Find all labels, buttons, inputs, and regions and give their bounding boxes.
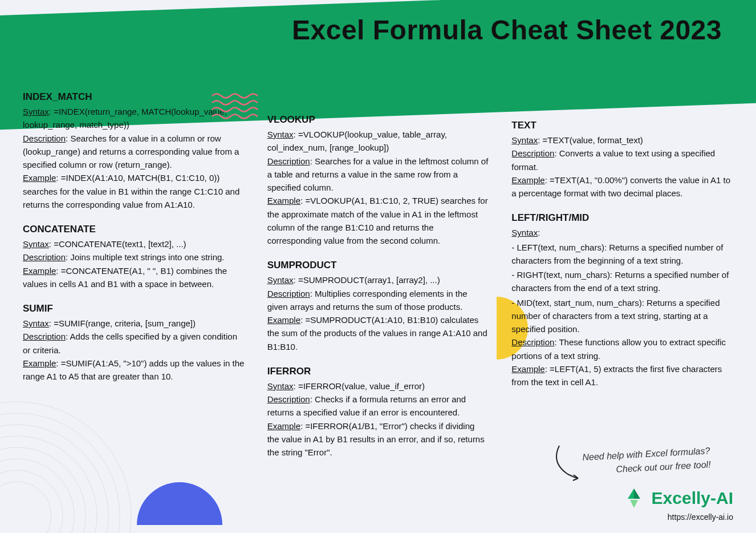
- syntax-text: =TEXT(value, format_text): [543, 135, 643, 145]
- example-label: Example: [23, 358, 56, 368]
- formula-description: Description: Checks if a formula returns…: [267, 393, 489, 419]
- syntax-label: Syntax: [267, 381, 294, 391]
- description-label: Description: [267, 156, 310, 166]
- formula-description: Description: Joins multiple text strings…: [23, 251, 245, 264]
- formula-block-concatenate: CONCATENATESyntax: =CONCATENATE(text1, […: [23, 224, 245, 290]
- syntax-label: Syntax: [267, 275, 294, 285]
- syntax-label: Syntax: [23, 107, 49, 116]
- syntax-label: Syntax: [23, 239, 49, 249]
- example-text: =SUMPRODUCT(A1:A10, B1:B10) calculates t…: [267, 315, 487, 352]
- formula-name: IFERROR: [267, 366, 489, 377]
- description-text: Joins multiple text strings into one str…: [70, 252, 224, 262]
- page-title: Excel Formula Cheat Sheet 2023: [292, 14, 722, 46]
- formula-description: Description: Converts a value to text us…: [511, 147, 733, 173]
- syntax-label: Syntax: [511, 228, 538, 237]
- cta-line1: Need help with Excel formulas?: [582, 446, 710, 462]
- example-label: Example: [267, 421, 300, 431]
- formula-block-sumproduct: SUMPRODUCTSyntax: =SUMPRODUCT(array1, [a…: [267, 260, 489, 353]
- formula-description: Description: Multiplies corresponding el…: [267, 287, 489, 314]
- cta-url[interactable]: https://excelly-ai.io: [583, 512, 733, 522]
- syntax-multi-line: - LEFT(text, num_chars): Returns a speci…: [511, 241, 733, 268]
- formula-example: Example: =VLOOKUP(A1, B1:C10, 2, TRUE) s…: [267, 194, 489, 247]
- cta-text: Need help with Excel formulas? Check out…: [582, 444, 711, 478]
- description-label: Description: [267, 394, 310, 404]
- formula-name: CONCATENATE: [23, 224, 245, 235]
- formula-example: Example: =SUMPRODUCT(A1:A10, B1:B10) cal…: [267, 313, 489, 353]
- example-label: Example: [511, 175, 544, 185]
- formula-syntax: Syntax:: [511, 226, 733, 239]
- formula-block-vlookup: VLOOKUPSyntax: =VLOOKUP(lookup_value, ta…: [267, 114, 489, 247]
- example-label: Example: [267, 315, 300, 325]
- formula-syntax: Syntax: =SUMIF(range, criteria, [sum_ran…: [23, 317, 245, 330]
- syntax-label: Syntax: [23, 318, 49, 328]
- description-label: Description: [511, 148, 554, 158]
- syntax-text: =VLOOKUP(lookup_value, table_array, col_…: [267, 130, 447, 152]
- formula-block-left-right-mid: LEFT/RIGHT/MIDSyntax: - LEFT(text, num_c…: [511, 212, 733, 389]
- formula-name: LEFT/RIGHT/MID: [511, 212, 733, 224]
- column-2: VLOOKUPSyntax: =VLOOKUP(lookup_value, ta…: [267, 91, 489, 522]
- description-label: Description: [23, 332, 66, 341]
- syntax-label: Syntax: [511, 135, 538, 145]
- syntax-text: =INDEX(return_range, MATCH(lookup_value,…: [23, 107, 227, 130]
- formula-description: Description: Adds the cells specified by…: [23, 330, 245, 357]
- cta-brand-name: Excelly-AI: [652, 488, 733, 508]
- syntax-text: =SUMIF(range, criteria, [sum_range]): [54, 318, 196, 328]
- formula-example: Example: =LEFT(A1, 5) extracts the first…: [511, 362, 733, 389]
- formula-example: Example: =INDEX(A1:A10, MATCH(B1, C1:C10…: [23, 171, 245, 211]
- formula-example: Example: =SUMIF(A1:A5, ">10") adds up th…: [23, 357, 245, 383]
- syntax-text: =SUMPRODUCT(array1, [array2], ...): [298, 275, 440, 285]
- formula-syntax: Syntax: =SUMPRODUCT(array1, [array2], ..…: [267, 273, 489, 286]
- example-label: Example: [23, 266, 56, 276]
- example-label: Example: [267, 196, 300, 205]
- example-text: =SUMIF(A1:A5, ">10") adds up the values …: [23, 358, 244, 381]
- formula-block-sumif: SUMIFSyntax: =SUMIF(range, criteria, [su…: [23, 303, 245, 383]
- description-label: Description: [23, 252, 66, 262]
- description-label: Description: [23, 134, 66, 143]
- example-label: Example: [23, 173, 56, 183]
- formula-name: SUMPRODUCT: [267, 260, 489, 271]
- excelly-logo-icon: [622, 486, 646, 510]
- syntax-multi-line: - RIGHT(text, num_chars): Returns a spec…: [511, 268, 733, 295]
- column-1: INDEX_MATCHSyntax: =INDEX(return_range, …: [23, 91, 245, 522]
- formula-name: VLOOKUP: [267, 114, 489, 126]
- formula-syntax: Syntax: =TEXT(value, format_text): [511, 134, 733, 147]
- formula-example: Example: =CONCATENATE(A1, " ", B1) combi…: [23, 264, 245, 291]
- syntax-text: =CONCATENATE(text1, [text2], ...): [54, 239, 186, 249]
- formula-block-iferror: IFERRORSyntax: =IFERROR(value, value_if_…: [267, 366, 489, 459]
- formula-description: Description: Searches for a value in a c…: [23, 132, 245, 172]
- formula-syntax: Syntax: =CONCATENATE(text1, [text2], ...…: [23, 237, 245, 251]
- formula-name: SUMIF: [23, 303, 245, 314]
- cta-section: Need help with Excel formulas? Check out…: [583, 447, 733, 522]
- syntax-label: Syntax: [267, 130, 294, 139]
- wave-decoration-icon: [211, 91, 265, 123]
- cta-line2: Check out our free tool!: [616, 459, 711, 474]
- cta-brand[interactable]: Excelly-AI: [583, 486, 733, 510]
- syntax-multi-line: - MID(text, start_num, num_chars): Retur…: [511, 296, 733, 336]
- example-text: =INDEX(A1:A10, MATCH(B1, C1:C10, 0)) sea…: [23, 173, 239, 209]
- formula-description: Description: Searches for a value in the…: [267, 155, 489, 195]
- formula-example: Example: =IFERROR(A1/B1, "Error") checks…: [267, 419, 489, 459]
- example-label: Example: [511, 364, 544, 374]
- cta-arrow-icon: [551, 443, 585, 483]
- formula-name: TEXT: [511, 120, 733, 131]
- description-label: Description: [511, 337, 554, 347]
- syntax-text: =IFERROR(value, value_if_error): [298, 381, 425, 391]
- formula-syntax: Syntax: =IFERROR(value, value_if_error): [267, 379, 489, 393]
- formula-syntax: Syntax: =VLOOKUP(lookup_value, table_arr…: [267, 128, 489, 155]
- example-text: =VLOOKUP(A1, B1:C10, 2, TRUE) searches f…: [267, 196, 488, 245]
- formula-description: Description: These functions allow you t…: [511, 336, 733, 362]
- formula-block-text: TEXTSyntax: =TEXT(value, format_text)Des…: [511, 120, 733, 200]
- formula-example: Example: =TEXT(A1, "0.00%") converts the…: [511, 173, 733, 200]
- description-label: Description: [267, 289, 310, 298]
